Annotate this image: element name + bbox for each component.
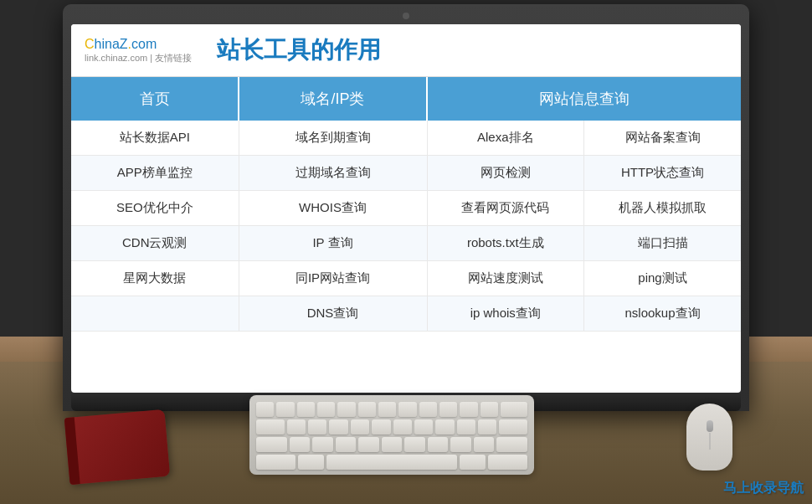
key [351,419,369,435]
key [414,419,433,435]
key [298,455,324,470]
table-row: 星网大数据同IP网站查询网站速度测试ping测试 [71,261,741,296]
table-cell: 端口扫描 [584,226,742,261]
key-ctrl-r [488,455,527,470]
keyboard-keys [256,402,527,470]
monitor-screen: ChinaZ.com link.chinaz.com | 友情链接 站长工具的作… [71,24,741,393]
table-row: SEO优化中介WHOIS查询查看网页源代码机器人模拟抓取 [71,191,741,226]
table-cell: 同IP网站查询 [239,261,427,296]
content-table: 首页 域名/IP类 网站信息查询 站长数据API域名到期查询Alexa排名网站备… [71,77,741,332]
table-cell: 过期域名查询 [239,156,427,191]
key-ctrl-l [256,455,296,470]
camera-notch [403,13,409,19]
key-row-3 [256,437,527,452]
table-cell: 查看网页源代码 [427,191,584,226]
logo-subtitle: link.chinaz.com | 友情链接 [85,52,192,64]
table-cell: 网页检测 [427,156,584,191]
key [439,402,457,417]
key [372,419,390,435]
table-row: CDN云观测IP 查询robots.txt生成端口扫描 [71,226,741,261]
key [435,419,454,435]
table-cell: IP 查询 [239,226,427,261]
logo-hinaz: hinaZ [95,37,128,51]
logo-area: ChinaZ.com link.chinaz.com | 友情链接 [85,37,192,64]
key-shift [496,437,527,452]
key [358,437,379,452]
key [337,402,355,417]
monitor-frame: ChinaZ.com link.chinaz.com | 友情链接 站长工具的作… [63,4,749,411]
logo-chinaz: ChinaZ.com [85,37,192,52]
key [256,402,274,417]
key-space [326,455,457,470]
table-cell: WHOIS查询 [239,191,427,226]
key [450,437,471,452]
notebook [64,409,171,485]
table-cell: ip whois查询 [427,296,584,332]
table-cell: CDN云观测 [71,226,239,261]
key [312,437,333,452]
table-cell: 站长数据API [71,121,239,156]
key-tab [256,419,285,435]
table-cell: HTTP状态查询 [584,156,742,191]
table-cell [71,296,239,332]
table-cell: Alexa排名 [427,121,584,156]
key-row-1 [256,402,527,417]
mouse [686,404,732,471]
table-cell: 星网大数据 [71,261,239,296]
key [460,455,486,470]
table-cell: 网站速度测试 [427,261,584,296]
key [382,437,403,452]
bottom-right-text: 马上收录导航 [723,480,804,497]
table-cell: 机器人模拟抓取 [584,191,742,226]
key [404,437,425,452]
key [317,402,335,417]
key [329,419,347,435]
key [457,419,475,435]
table-row: APP榜单监控过期域名查询网页检测HTTP状态查询 [71,156,741,191]
key [460,402,477,417]
table-cell: nslookup查询 [584,296,742,332]
table-cell: APP榜单监控 [71,156,239,191]
header-home: 首页 [71,77,239,121]
key [478,419,496,435]
key [481,402,498,417]
logo-c: C [85,37,95,51]
key [290,437,311,452]
key-row-4 [256,455,527,470]
key-caps [256,437,287,452]
table-header-row: 首页 域名/IP类 网站信息查询 [71,77,741,121]
key [336,437,357,452]
table-cell: DNS查询 [239,296,427,332]
key [419,402,437,417]
table-cell: SEO优化中介 [71,191,239,226]
key-row-2 [256,419,527,435]
header-siteinfo: 网站信息查询 [427,77,741,121]
mouse-scroll-wheel [707,420,713,432]
table-body: 站长数据API域名到期查询Alexa排名网站备案查询APP榜单监控过期域名查询网… [71,121,741,332]
key [378,402,396,417]
page-title: 站长工具的作用 [217,34,381,66]
key-enter [499,419,527,435]
key-backspace [501,402,527,417]
table-cell: robots.txt生成 [427,226,584,261]
key [276,402,294,417]
header-domain: 域名/IP类 [239,77,427,121]
key [358,402,376,417]
screen-header: ChinaZ.com link.chinaz.com | 友情链接 站长工具的作… [71,24,741,77]
logo-com: com [131,37,157,51]
key [297,402,315,417]
key [474,437,495,452]
table-cell: ping测试 [584,261,742,296]
table-row: DNS查询ip whois查询nslookup查询 [71,296,741,332]
mouse-divider [709,433,710,450]
table-cell: 网站备案查询 [584,121,742,156]
key [287,419,306,435]
table-cell: 域名到期查询 [239,121,427,156]
key [398,402,416,417]
monitor: ChinaZ.com link.chinaz.com | 友情链接 站长工具的作… [63,4,749,461]
keyboard [249,395,534,475]
key [393,419,412,435]
key [428,437,449,452]
table-row: 站长数据API域名到期查询Alexa排名网站备案查询 [71,121,741,156]
key [308,419,326,435]
